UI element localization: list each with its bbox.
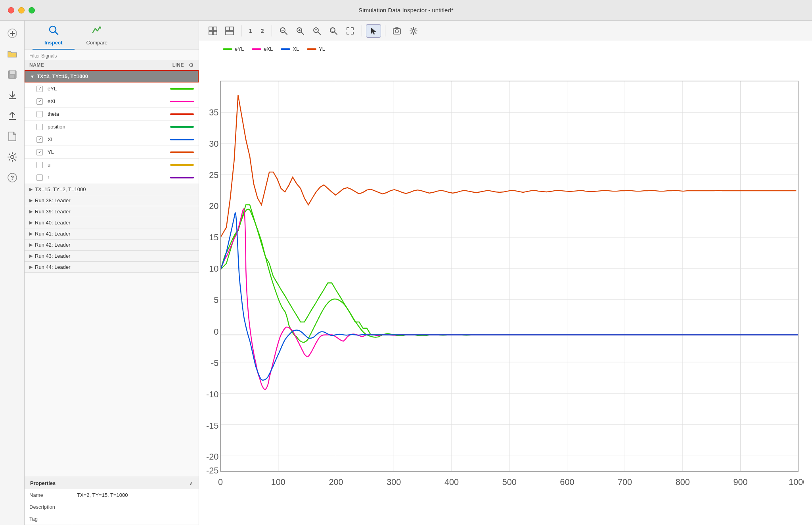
toolbar-separator-2 [272, 25, 272, 36]
chart-settings-button[interactable] [406, 24, 421, 38]
svg-text:25: 25 [209, 170, 218, 180]
document-button[interactable] [4, 128, 21, 145]
list-item[interactable]: ✓ eYL [25, 82, 199, 95]
chart-svg[interactable]: 35 30 25 20 15 10 5 0 -5 -10 -15 -20 -25 [199, 55, 804, 509]
zoom-out-button[interactable] [276, 24, 291, 38]
toolbar-separator-1 [241, 25, 241, 36]
zoom-in-button[interactable] [293, 24, 308, 38]
svg-rect-14 [213, 27, 217, 31]
svg-text:-20: -20 [206, 452, 218, 462]
signal-checkbox-eXL[interactable]: ✓ [36, 98, 43, 105]
snapshot-button[interactable] [389, 24, 404, 38]
add-button[interactable] [4, 25, 21, 42]
property-row-tag: Tag [25, 513, 199, 525]
signal-name-r: r [48, 174, 170, 180]
svg-rect-16 [213, 31, 217, 35]
signal-name-theta: theta [48, 111, 170, 117]
group-arrow-icon: ▶ [29, 231, 33, 236]
properties-section: Properties ∧ Name TX=2, TY=15, T=1000 De… [25, 477, 199, 525]
svg-text:200: 200 [329, 477, 343, 487]
group-row-run38[interactable]: ▶ Run 38: Leader [25, 195, 199, 206]
group-label: TX=15, TY=2, T=1000 [35, 186, 86, 192]
svg-text:700: 700 [618, 477, 632, 487]
group-row-run39[interactable]: ▶ Run 39: Leader [25, 206, 199, 217]
close-button[interactable] [8, 7, 14, 13]
maximize-button[interactable] [29, 7, 35, 13]
svg-point-34 [412, 29, 415, 32]
svg-rect-4 [10, 71, 15, 74]
signal-checkbox-u[interactable] [36, 162, 43, 168]
inspect-icon [48, 25, 59, 38]
legend-item-eYL: eYL [223, 46, 244, 52]
list-item[interactable]: ✓ eXL [25, 95, 199, 108]
layout-1-button[interactable]: 1 [245, 26, 256, 36]
layout-2-button[interactable]: 2 [257, 26, 268, 36]
layout-grid-button[interactable] [205, 24, 220, 38]
list-item[interactable]: u [25, 159, 199, 171]
svg-text:10: 10 [209, 264, 218, 274]
svg-line-31 [335, 32, 337, 34]
cursor-button[interactable] [366, 24, 381, 38]
folder-button[interactable] [4, 45, 21, 63]
svg-text:15: 15 [209, 232, 218, 242]
signal-checkbox-position[interactable] [36, 124, 43, 130]
sidebar-icons: ? [0, 21, 25, 525]
zoom-extent-button[interactable] [343, 24, 358, 38]
svg-text:0: 0 [214, 327, 218, 337]
properties-header[interactable]: Properties ∧ [25, 477, 199, 489]
group-row-run44[interactable]: ▶ Run 44: Leader [25, 262, 199, 273]
signal-checkbox-eYL[interactable]: ✓ [36, 86, 43, 92]
prop-label-tag: Tag [25, 513, 72, 525]
settings-button[interactable] [4, 148, 21, 166]
tab-compare[interactable]: Compare [75, 21, 119, 50]
signal-checkbox-r[interactable] [36, 174, 43, 181]
legend-label-eXL: eXL [264, 46, 273, 52]
group-label: Run 41: Leader [35, 231, 71, 237]
toolbar-separator-4 [385, 25, 385, 36]
group-label: Run 40: Leader [35, 220, 71, 226]
group-row-run40[interactable]: ▶ Run 40: Leader [25, 217, 199, 228]
svg-text:-25: -25 [206, 466, 218, 475]
list-item[interactable]: theta [25, 108, 199, 121]
list-item[interactable]: ✓ XL [25, 133, 199, 146]
upload-button[interactable] [4, 107, 21, 125]
svg-text:900: 900 [733, 477, 747, 487]
signal-checkbox-theta[interactable] [36, 111, 43, 117]
signal-line-eYL [170, 88, 194, 90]
tab-inspect[interactable]: Inspect [33, 21, 75, 50]
zoom-region-button[interactable] [326, 24, 341, 38]
svg-rect-30 [331, 29, 334, 31]
column-settings-icon[interactable]: ⚙ [189, 62, 194, 68]
list-item[interactable]: ✓ YL [25, 146, 199, 159]
active-group-row[interactable]: ▼ TX=2, TY=15, T=1000 [25, 70, 199, 82]
prop-label-name: Name [25, 489, 72, 501]
list-item[interactable]: position [25, 121, 199, 133]
list-item[interactable]: r [25, 171, 199, 184]
x-axis-labels: 0 100 200 300 400 500 600 700 800 900 10… [218, 477, 804, 487]
help-button[interactable]: ? [4, 169, 21, 186]
group-row-tx15[interactable]: ▶ TX=15, TY=2, T=1000 [25, 184, 199, 195]
group-row-run42[interactable]: ▶ Run 42: Leader [25, 240, 199, 251]
group-row-run41[interactable]: ▶ Run 41: Leader [25, 228, 199, 240]
layout-split-button[interactable] [222, 24, 237, 38]
filter-signals-label: Filter Signals [25, 50, 199, 60]
group-label: Run 42: Leader [35, 242, 71, 248]
download-button[interactable] [4, 86, 21, 104]
signal-checkbox-YL[interactable]: ✓ [36, 149, 43, 155]
svg-text:100: 100 [271, 477, 285, 487]
zoom-fit-button[interactable] [309, 24, 324, 38]
legend-color-YL [307, 48, 316, 50]
signal-name-position: position [48, 124, 170, 130]
legend-item-XL: XL [281, 46, 299, 52]
window-title: Simulation Data Inspector - untitled* [358, 7, 453, 13]
signal-line-position [170, 126, 194, 128]
minimize-button[interactable] [18, 7, 25, 13]
save-button[interactable] [4, 66, 21, 83]
svg-text:-15: -15 [206, 421, 218, 431]
group-arrow-icon: ▶ [29, 264, 33, 270]
group-row-run43[interactable]: ▶ Run 43: Leader [25, 251, 199, 262]
group-label: Run 44: Leader [35, 264, 71, 270]
chart-svg-container[interactable]: 35 30 25 20 15 10 5 0 -5 -10 -15 -20 -25 [199, 55, 812, 525]
legend-label-eYL: eYL [235, 46, 244, 52]
signal-checkbox-XL[interactable]: ✓ [36, 136, 43, 143]
